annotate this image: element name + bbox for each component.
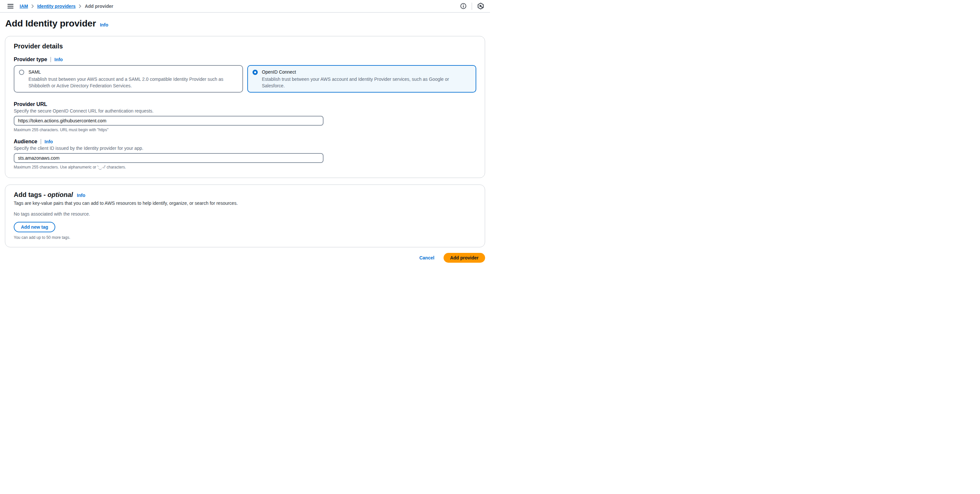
form-actions: Cancel Add provider: [5, 253, 485, 263]
provider-url-constraint: Maximum 255 characters. URL must begin w…: [14, 127, 476, 132]
tags-limit-text: You can add up to 50 more tags.: [14, 235, 476, 240]
breadcrumb: IAM Identity providers Add provider: [20, 3, 460, 9]
audience-constraint: Maximum 255 characters. Use alphanumeric…: [14, 165, 476, 169]
openid-connect-tile-description: Establish trust between your AWS account…: [262, 76, 471, 89]
provider-type-label-row: Provider type Info: [14, 57, 476, 62]
optional-text: optional: [48, 191, 73, 198]
openid-connect-tile-text: OpenID Connect Establish trust between y…: [262, 69, 471, 89]
page-header: Add Identity provider Info: [5, 18, 485, 29]
topbar-right-controls: [460, 2, 485, 10]
breadcrumb-identity-providers-link[interactable]: Identity providers: [37, 3, 76, 9]
audience-field: Audience Info Specify the client ID issu…: [14, 139, 476, 169]
no-tags-text: No tags associated with the resource.: [14, 211, 476, 217]
add-tags-heading-row: Add tags - optional Info: [14, 191, 476, 199]
provider-details-heading: Provider details: [14, 43, 476, 50]
add-tags-card: Add tags - optional Info Tags are key-va…: [5, 185, 485, 247]
provider-type-info-link[interactable]: Info: [54, 57, 63, 62]
amazon-q-button[interactable]: [477, 2, 485, 10]
top-navigation-bar: IAM Identity providers Add provider: [0, 0, 490, 13]
audience-label-row: Audience Info: [14, 139, 476, 145]
provider-type-label: Provider type: [14, 57, 47, 62]
hamburger-menu-icon[interactable]: [6, 2, 15, 11]
amazon-q-icon: [477, 3, 484, 10]
breadcrumb-current-page: Add provider: [85, 3, 113, 9]
provider-type-tiles: SAML Establish trust between your AWS ac…: [14, 65, 476, 92]
openid-connect-tile[interactable]: OpenID Connect Establish trust between y…: [247, 65, 477, 92]
info-panel-button[interactable]: [460, 2, 467, 10]
add-tags-heading: Add tags - optional: [14, 191, 73, 199]
audience-info-link[interactable]: Info: [45, 139, 53, 144]
add-tags-info-link[interactable]: Info: [77, 193, 85, 198]
label-divider: [50, 57, 51, 62]
saml-tile-description: Establish trust between your AWS account…: [29, 76, 238, 89]
saml-tile-text: SAML Establish trust between your AWS ac…: [29, 69, 238, 89]
audience-input[interactable]: [14, 153, 323, 163]
add-tags-description: Tags are key-value pairs that you can ad…: [14, 201, 476, 206]
topbar-divider: [472, 3, 472, 10]
hamburger-icon: [8, 4, 13, 8]
provider-details-card: Provider details Provider type Info SAML…: [5, 36, 485, 178]
provider-url-input[interactable]: [14, 116, 323, 126]
page-title: Add Identity provider: [5, 18, 96, 29]
audience-label: Audience: [14, 139, 37, 145]
add-provider-button[interactable]: Add provider: [444, 253, 485, 263]
provider-url-description: Specify the secure OpenID Connect URL fo…: [14, 108, 476, 113]
cancel-button[interactable]: Cancel: [419, 255, 434, 260]
openid-connect-tile-title: OpenID Connect: [262, 69, 471, 76]
main-content: Add Identity provider Info Provider deta…: [0, 18, 490, 269]
provider-url-field: Provider URL Specify the secure OpenID C…: [14, 101, 476, 132]
openid-connect-radio-button[interactable]: [253, 70, 258, 75]
chevron-right-icon: [79, 4, 81, 8]
page-title-info-link[interactable]: Info: [100, 22, 108, 27]
breadcrumb-iam-link[interactable]: IAM: [20, 3, 28, 9]
add-new-tag-button[interactable]: Add new tag: [14, 222, 55, 232]
info-icon: [460, 3, 466, 9]
saml-radio-button[interactable]: [19, 70, 24, 75]
saml-tile-title: SAML: [29, 69, 238, 76]
saml-tile[interactable]: SAML Establish trust between your AWS ac…: [14, 65, 243, 92]
label-divider: [41, 139, 41, 144]
audience-description: Specify the client ID issued by the Iden…: [14, 146, 476, 151]
provider-url-label: Provider URL: [14, 101, 476, 107]
chevron-right-icon: [32, 4, 34, 8]
